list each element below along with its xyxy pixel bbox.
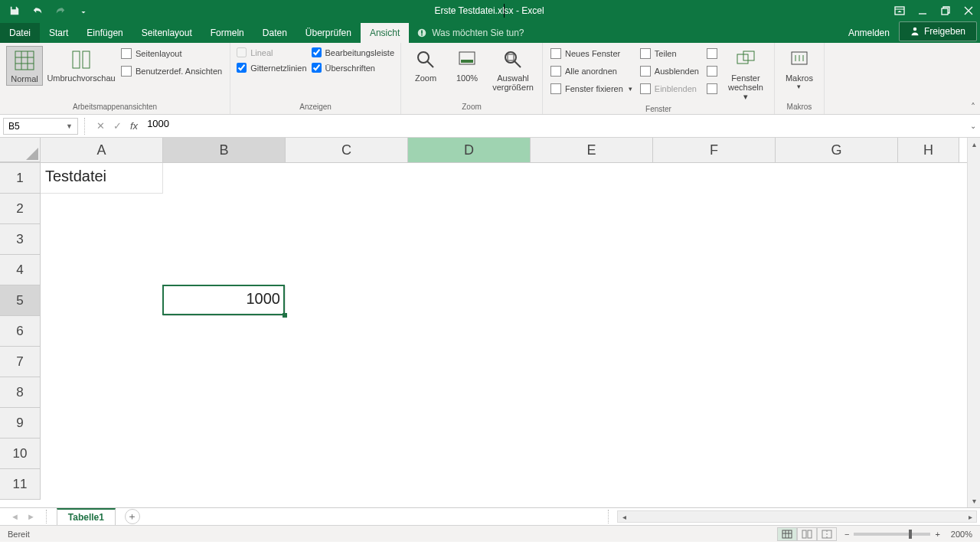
cell[interactable]: 1000 (163, 285, 286, 316)
row-header[interactable]: 4 (0, 255, 41, 285)
column-header[interactable]: F (653, 138, 776, 162)
split-button[interactable]: Teilen (639, 46, 701, 61)
svg-point-5 (913, 28, 917, 31)
formula-input[interactable]: 1000 (142, 118, 966, 135)
macros-button[interactable]: Makros▾ (781, 46, 818, 92)
zoom-out-icon[interactable]: − (844, 530, 849, 539)
share-button[interactable]: Freigeben (899, 21, 977, 41)
collapse-ribbon-icon[interactable]: ˄ (971, 102, 975, 112)
cell[interactable]: Testdatei (41, 163, 163, 194)
tab-einfügen[interactable]: Einfügen (77, 23, 132, 43)
formula-bar-checkbox[interactable]: Bearbeitungsleiste (312, 46, 395, 59)
row-header[interactable]: 10 (0, 439, 41, 469)
scroll-right-icon[interactable]: ▸ (964, 513, 976, 521)
row-header[interactable]: 11 (0, 469, 41, 500)
freeze-panes-button[interactable]: Fenster fixieren▾ (549, 81, 634, 96)
custom-views-button[interactable]: Benutzerdef. Ansichten (119, 64, 224, 79)
cancel-formula-icon[interactable]: ✕ (92, 118, 109, 135)
row-header[interactable]: 9 (0, 408, 41, 439)
svg-rect-19 (782, 530, 792, 538)
svg-rect-8 (83, 51, 90, 68)
row-header[interactable]: 6 (0, 316, 41, 347)
sheet-nav-next-icon[interactable]: ► (27, 512, 35, 521)
tab-daten[interactable]: Daten (253, 23, 296, 43)
maximize-icon[interactable] (934, 0, 957, 21)
column-header[interactable]: D (408, 138, 531, 162)
row-header[interactable]: 1 (0, 163, 41, 194)
headings-checkbox[interactable]: Überschriften (312, 61, 395, 74)
insert-function-icon[interactable]: fx (130, 120, 138, 132)
sync-icon (707, 66, 717, 77)
scroll-up-icon[interactable]: ▴ (968, 138, 980, 151)
reset-pos-button[interactable] (705, 81, 719, 96)
qat-customize-icon[interactable] (77, 4, 90, 18)
view-page-break-button[interactable]: Umbruchvorschau (47, 46, 115, 84)
row-header[interactable]: 3 (0, 224, 41, 255)
tell-me-search[interactable]: Was möchten Sie tun? (409, 23, 531, 43)
page-layout-view-icon[interactable] (797, 527, 817, 541)
zoom-selection-button[interactable]: Auswahlvergrößern (490, 46, 536, 93)
expand-formula-bar-icon[interactable]: ⌄ (966, 122, 980, 130)
zoom-button[interactable]: Zoom (407, 46, 444, 84)
title-bar: Erste Testdatei.xlsx - Excel (0, 0, 980, 21)
minimize-icon[interactable] (911, 0, 934, 21)
arrange-all-button[interactable]: Alle anordnen (549, 64, 634, 79)
new-sheet-button[interactable]: ＋ (125, 509, 140, 524)
gridlines-checkbox[interactable]: Gitternetzlinien (237, 61, 306, 74)
sheet-nav-prev-icon[interactable]: ◄ (11, 512, 19, 521)
save-icon[interactable] (8, 4, 21, 18)
row-header[interactable]: 8 (0, 377, 41, 408)
vertical-scrollbar[interactable]: ▴ ▾ (967, 138, 980, 507)
page-layout-button[interactable]: Seitenlayout (119, 46, 224, 61)
hide-button[interactable]: Ausblenden (639, 64, 701, 79)
spreadsheet-grid[interactable]: ABCDEFGH 1234567891011 Testdatei1000 ▴ ▾ (0, 138, 980, 507)
fill-handle[interactable] (283, 313, 287, 318)
redo-icon[interactable] (54, 4, 67, 18)
tab-formeln[interactable]: Formeln (201, 23, 253, 43)
chevron-down-icon[interactable]: ▼ (66, 122, 73, 130)
ribbon: Normal Umbruchvorschau Seitenlayout Benu… (0, 43, 980, 115)
close-icon[interactable] (957, 0, 980, 21)
column-header[interactable]: E (531, 138, 653, 162)
tab-file[interactable]: Datei (0, 23, 40, 43)
new-window-icon (550, 48, 561, 59)
signin-link[interactable]: Anmelden (839, 23, 899, 43)
ribbon-display-icon[interactable] (888, 0, 911, 21)
tab-seitenlayout[interactable]: Seitenlayout (132, 23, 201, 43)
column-header[interactable]: A (41, 138, 163, 162)
page-break-view-icon[interactable] (817, 527, 837, 541)
enter-formula-icon[interactable]: ✓ (109, 118, 126, 135)
tab-ansicht[interactable]: Ansicht (361, 23, 409, 43)
name-box[interactable]: B5▼ (3, 118, 78, 135)
page-break-icon (69, 47, 93, 72)
zoom-control[interactable]: − + 200% (844, 530, 972, 539)
grid-icon (12, 48, 37, 73)
view-normal-button[interactable]: Normal (6, 46, 43, 86)
scroll-left-icon[interactable]: ◂ (618, 513, 630, 521)
switch-windows-button[interactable]: Fensterwechseln ▾ (724, 46, 768, 103)
split-icon (640, 48, 651, 59)
zoom-in-icon[interactable]: + (935, 530, 939, 539)
tab-überprüfen[interactable]: Überprüfen (296, 23, 361, 43)
horizontal-scrollbar[interactable]: ◂ ▸ (617, 510, 977, 523)
sheet-tab[interactable]: Tabelle1 (57, 508, 116, 525)
column-header[interactable]: B (163, 138, 286, 162)
row-header[interactable]: 2 (0, 194, 41, 224)
zoom-level[interactable]: 200% (951, 530, 972, 539)
group-zoom: Zoom (407, 101, 536, 111)
select-all-button[interactable] (0, 138, 41, 162)
zoom-100-button[interactable]: 100% (449, 46, 485, 84)
column-header[interactable]: C (286, 138, 408, 162)
side-by-side-button[interactable] (705, 46, 719, 61)
column-header[interactable]: H (898, 138, 959, 162)
sync-scroll-button[interactable] (705, 64, 719, 79)
row-header[interactable]: 7 (0, 347, 41, 377)
normal-view-icon[interactable] (777, 527, 797, 541)
scroll-down-icon[interactable]: ▾ (968, 494, 980, 507)
zoom-slider[interactable] (854, 533, 930, 536)
column-header[interactable]: G (776, 138, 898, 162)
undo-icon[interactable] (31, 4, 44, 18)
tab-start[interactable]: Start (40, 23, 77, 43)
new-window-button[interactable]: Neues Fenster (549, 46, 634, 61)
row-header[interactable]: 5 (0, 285, 41, 316)
